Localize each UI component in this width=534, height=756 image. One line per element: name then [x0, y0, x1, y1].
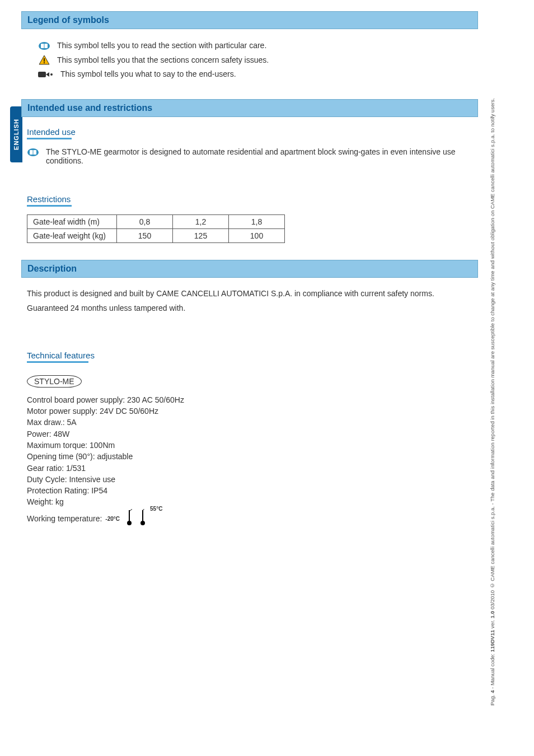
thermometer-icons [125, 509, 147, 526]
footer-code: 119DV11 [489, 630, 495, 652]
thermometer-high-icon [139, 509, 147, 526]
subheading-restrictions: Restrictions [27, 194, 478, 204]
page-content: Legend of symbols This symbol tells you … [21, 11, 478, 722]
user-icon [38, 69, 54, 80]
cell: 1,2 [173, 214, 229, 228]
intended-use-text: The STYLO-ME gearmotor is designed to au… [46, 147, 472, 165]
working-temp-label: Working temperature: [27, 513, 102, 524]
footer-sep1: - Manual code: [489, 652, 495, 688]
sub-underline [27, 138, 72, 139]
cell: 100 [229, 228, 285, 242]
legend-body: This symbol tells you to read the sectio… [21, 29, 478, 89]
legend-text: This symbol tells you that the sections … [57, 55, 269, 66]
sub-underline [27, 361, 88, 363]
subheading-technical: Technical features [27, 351, 478, 360]
tech-item: Power: 48W [27, 428, 472, 440]
tech-item: Opening time (90°): adjustable [27, 451, 472, 462]
description-text-2: Guaranteed 24 months unless tampered wit… [27, 304, 472, 312]
footer-rest: 03/2010 © CAME cancelli automatici s.p.a… [489, 98, 495, 609]
legend-text: This symbol tells you to read the sectio… [57, 40, 266, 52]
tech-item: Max draw.: 5A [27, 417, 472, 428]
cell-label: Gate-leaf weight (kg) [27, 228, 117, 242]
cell: 150 [117, 228, 173, 242]
table-row: Gate-leaf width (m) 0,8 1,2 1,8 [27, 214, 285, 228]
temp-high: 55°C [150, 505, 162, 514]
description-text-1: This product is designed and built by CA… [27, 289, 472, 298]
tech-item: Weight: kg [27, 496, 472, 507]
cell: 125 [173, 228, 229, 242]
section-legend-header: Legend of symbols [21, 11, 478, 29]
footer-pag-label: Pag. [489, 694, 495, 706]
legend-row: This symbol tells you to read the sectio… [38, 40, 472, 52]
read-icon [38, 41, 50, 51]
legend-text: This symbol tells you what to say to the… [60, 69, 236, 80]
subheading-intended-use: Intended use [27, 127, 478, 137]
sub-underline [27, 205, 72, 207]
tech-item: Duty Cycle: Intensive use [27, 474, 472, 485]
footer-side-text: Pag. 4 - Manual code: 119DV11 ver. 1.0 0… [489, 90, 500, 706]
legend-row: ! This symbol tells you that the section… [38, 55, 472, 66]
technical-features-list: Control board power supply: 230 AC 50/60… [27, 394, 472, 525]
svg-rect-5 [38, 72, 46, 77]
language-tab: ENGLISH [10, 106, 22, 162]
footer-pag-num: 4 [489, 690, 495, 693]
footer-ver: 1.0 [489, 611, 495, 618]
cell: 0,8 [117, 214, 173, 228]
tech-item: Protection Rating: IP54 [27, 485, 472, 496]
cell: 1,8 [229, 214, 285, 228]
intended-use-row: The STYLO-ME gearmotor is designed to au… [27, 147, 472, 165]
svg-point-6 [50, 73, 53, 76]
language-label: ENGLISH [13, 119, 20, 150]
section-intended-header: Intended use and restrictions [21, 99, 478, 117]
tech-item: Control board power supply: 230 AC 50/60… [27, 394, 472, 405]
read-icon [27, 147, 39, 157]
svg-point-11 [127, 521, 132, 525]
model-badge: STYLO-ME [27, 375, 82, 388]
tech-item: Motor power supply: 24V DC 50/60Hz [27, 405, 472, 417]
restrictions-table: Gate-leaf width (m) 0,8 1,2 1,8 Gate-lea… [27, 214, 285, 243]
warning-icon: ! [38, 55, 50, 65]
legend-row: This symbol tells you what to say to the… [38, 69, 472, 80]
cell-label: Gate-leaf width (m) [27, 214, 117, 228]
svg-text:!: ! [43, 57, 45, 65]
thermometer-low-icon [125, 509, 133, 526]
tech-item: Maximum torque: 100Nm [27, 440, 472, 451]
footer-ver-label: ver. [489, 618, 495, 628]
svg-line-15 [143, 509, 146, 510]
section-description-header: Description [21, 260, 478, 278]
table-row: Gate-leaf weight (kg) 150 125 100 [27, 228, 285, 242]
temp-low: -20°C [105, 515, 120, 524]
svg-point-14 [140, 521, 145, 525]
tech-item-temperature: Working temperature: -20°C 55°C [27, 508, 472, 525]
tech-item: Gear ratio: 1/531 [27, 463, 472, 474]
